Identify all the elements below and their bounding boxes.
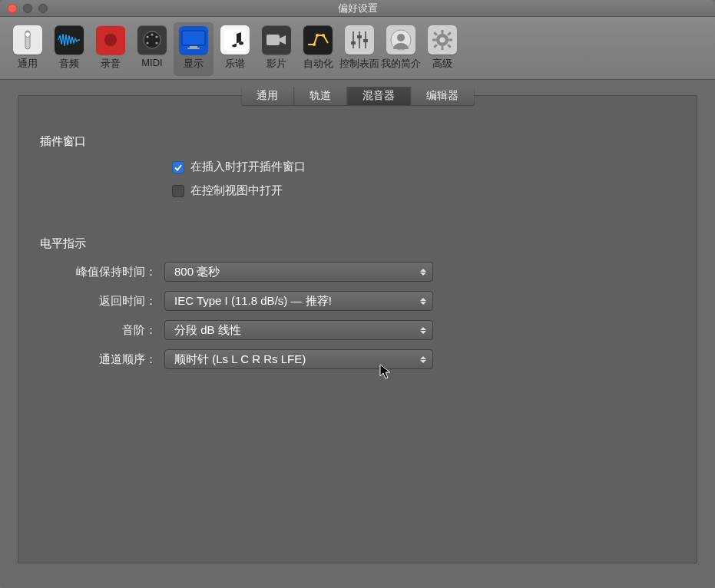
checkbox-open-on-insert-label: 在插入时打开插件窗口 xyxy=(190,160,306,174)
channel-order-popup[interactable]: 顺时针 (Ls L C R Rs LFE) xyxy=(164,349,433,369)
row-return-time: 返回时间： IEC Type I (11.8 dB/s) — 推荐! xyxy=(18,291,697,311)
content-area: 通用 轨道 混音器 编辑器 插件窗口 在插入时打开插件窗口 xyxy=(0,80,715,579)
svg-rect-32 xyxy=(447,31,452,36)
switch-icon xyxy=(13,25,42,55)
row-open-on-insert: 在插入时打开插件窗口 xyxy=(18,160,697,174)
svg-point-14 xyxy=(313,43,316,46)
preferences-toolbar: 通用 音频 录音 MIDI 显示 xyxy=(0,17,715,80)
person-icon xyxy=(386,25,415,55)
tab-mixer[interactable]: 混音器 xyxy=(347,87,411,105)
svg-rect-33 xyxy=(433,44,438,48)
svg-point-8 xyxy=(155,41,157,44)
peak-hold-popup[interactable]: 800 毫秒 xyxy=(164,262,433,282)
scale-value: 分段 dB 线性 xyxy=(174,323,241,338)
level-meter-heading: 电平指示 xyxy=(40,236,697,251)
preferences-window: 偏好设置 通用 音频 录音 MIDI xyxy=(0,0,715,588)
svg-rect-17 xyxy=(353,31,354,48)
svg-rect-34 xyxy=(447,44,452,48)
svg-rect-11 xyxy=(187,48,200,49)
record-icon xyxy=(96,25,125,55)
svg-rect-29 xyxy=(432,38,436,41)
svg-point-6 xyxy=(155,35,157,38)
toolbar-item-automation[interactable]: 自动化 xyxy=(298,22,338,76)
window-title: 偏好设置 xyxy=(0,2,715,15)
plugin-window-heading: 插件窗口 xyxy=(40,134,697,149)
svg-point-15 xyxy=(316,34,319,37)
video-camera-icon xyxy=(262,25,291,55)
svg-rect-21 xyxy=(357,35,362,38)
zoom-window-button[interactable] xyxy=(38,4,48,13)
window-controls xyxy=(0,4,48,13)
svg-point-16 xyxy=(322,34,325,37)
toolbar-item-video[interactable]: 影片 xyxy=(257,22,296,76)
svg-rect-10 xyxy=(190,46,197,48)
checkbox-open-in-control-view[interactable] xyxy=(172,185,184,197)
titlebar: 偏好设置 xyxy=(0,0,715,17)
settings-panel: 通用 轨道 混音器 编辑器 插件窗口 在插入时打开插件窗口 xyxy=(18,95,697,563)
svg-rect-9 xyxy=(182,31,205,45)
scale-label: 音阶： xyxy=(18,323,164,338)
toolbar-item-display[interactable]: 显示 xyxy=(174,22,214,76)
toolbar-item-my-info[interactable]: 我的简介 xyxy=(381,22,421,76)
automation-curve-icon xyxy=(303,25,333,55)
midi-port-icon xyxy=(137,25,167,55)
toolbar-item-advanced[interactable]: 高级 xyxy=(422,22,462,76)
toolbar-item-midi[interactable]: MIDI xyxy=(132,22,172,76)
close-window-button[interactable] xyxy=(8,4,17,13)
faders-icon xyxy=(345,25,374,55)
svg-point-4 xyxy=(151,33,153,35)
level-meter-section: 电平指示 峰值保持时间： 800 毫秒 返回时间： IEC Type I (11… xyxy=(18,236,697,369)
svg-rect-20 xyxy=(351,41,356,45)
toolbar-item-score[interactable]: 乐谱 xyxy=(215,22,255,76)
toolbar-item-control-surface[interactable]: 控制表面 xyxy=(339,22,379,76)
checkbox-open-on-insert[interactable] xyxy=(172,161,184,173)
svg-rect-22 xyxy=(363,39,368,42)
return-time-value: IEC Type I (11.8 dB/s) — 推荐! xyxy=(174,294,332,309)
scale-popup[interactable]: 分段 dB 线性 xyxy=(164,320,433,340)
row-peak-hold: 峰值保持时间： 800 毫秒 xyxy=(18,262,697,282)
svg-point-2 xyxy=(104,34,117,46)
svg-rect-18 xyxy=(359,31,360,48)
svg-point-1 xyxy=(25,31,31,37)
svg-point-26 xyxy=(440,37,445,42)
peak-hold-value: 800 毫秒 xyxy=(174,265,220,279)
sub-tabs: 通用 轨道 混音器 编辑器 xyxy=(241,87,474,105)
display-icon xyxy=(179,25,208,55)
row-channel-order: 通道顺序： 顺时针 (Ls L C R Rs LFE) xyxy=(18,349,697,369)
tab-general[interactable]: 通用 xyxy=(241,87,294,105)
svg-rect-31 xyxy=(433,31,438,36)
svg-rect-28 xyxy=(442,46,444,50)
waveform-icon xyxy=(55,25,84,55)
svg-rect-27 xyxy=(442,30,444,34)
channel-order-label: 通道顺序： xyxy=(18,352,164,367)
toolbar-item-general[interactable]: 通用 xyxy=(8,22,48,76)
svg-point-5 xyxy=(146,35,148,38)
tab-editor[interactable]: 编辑器 xyxy=(411,87,474,105)
updown-arrows-icon xyxy=(418,327,429,334)
svg-point-7 xyxy=(146,41,148,44)
channel-order-value: 顺时针 (Ls L C R Rs LFE) xyxy=(174,352,306,367)
peak-hold-label: 峰值保持时间： xyxy=(18,265,164,279)
return-time-label: 返回时间： xyxy=(18,294,164,309)
updown-arrows-icon xyxy=(418,298,429,305)
toolbar-item-audio[interactable]: 音频 xyxy=(49,22,89,76)
gear-icon xyxy=(428,25,457,55)
return-time-popup[interactable]: IEC Type I (11.8 dB/s) — 推荐! xyxy=(164,291,433,311)
toolbar-item-record[interactable]: 录音 xyxy=(91,22,131,76)
svg-point-24 xyxy=(397,34,405,41)
svg-rect-12 xyxy=(224,29,246,51)
checkbox-open-in-control-view-label: 在控制视图中打开 xyxy=(190,183,283,198)
svg-rect-13 xyxy=(266,35,280,45)
updown-arrows-icon xyxy=(418,269,429,276)
plugin-window-section: 插件窗口 在插入时打开插件窗口 在控制视图中打开 xyxy=(18,134,697,198)
updown-arrows-icon xyxy=(418,356,429,363)
svg-rect-30 xyxy=(449,38,452,41)
row-open-in-control-view: 在控制视图中打开 xyxy=(18,183,697,198)
minimize-window-button[interactable] xyxy=(23,4,32,13)
music-note-icon xyxy=(220,25,250,55)
row-scale: 音阶： 分段 dB 线性 xyxy=(18,320,697,340)
tab-track[interactable]: 轨道 xyxy=(294,87,347,105)
